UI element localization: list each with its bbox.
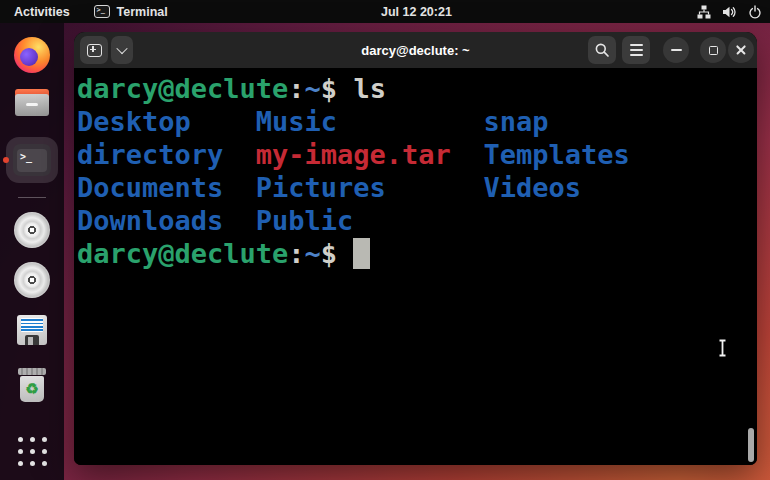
terminal-line: Downloads Public	[77, 204, 757, 237]
activities-label: Activities	[14, 5, 70, 19]
tabs-dropdown-button[interactable]	[111, 36, 133, 64]
files-icon	[15, 89, 49, 116]
dock-item-firefox[interactable]	[0, 37, 64, 73]
minimize-button[interactable]	[663, 37, 689, 63]
terminal-line: Desktop Music snap	[77, 105, 757, 138]
ibeam-mouse-cursor	[717, 339, 728, 357]
floppy-icon	[17, 315, 47, 345]
terminal-output: darcy@declute:~$ lsDesktop Music snapdir…	[74, 68, 757, 270]
trash-icon: ♻	[18, 368, 46, 402]
dock-item-files[interactable]	[0, 89, 64, 116]
dock-item-trash[interactable]: ♻	[0, 368, 64, 402]
focused-app-menu[interactable]: >_ Terminal	[84, 0, 178, 23]
window-titlebar[interactable]: darcy@declute: ~	[74, 32, 757, 68]
square-icon	[709, 46, 718, 55]
maximize-button[interactable]	[700, 37, 726, 63]
close-button[interactable]	[728, 37, 754, 63]
cd-icon	[14, 212, 50, 248]
top-bar: Activities >_ Terminal Jul 12 20:21	[0, 0, 770, 23]
dock-item-terminal[interactable]: >_	[0, 144, 64, 176]
clock-label: Jul 12 20:21	[381, 5, 452, 19]
dock-separator	[18, 197, 46, 198]
terminal-icon: >_	[13, 144, 51, 176]
terminal-screen[interactable]: darcy@declute:~$ lsDesktop Music snapdir…	[74, 68, 757, 465]
window-title: darcy@declute: ~	[361, 43, 469, 58]
dock: >_ ♻	[0, 23, 64, 480]
scrollbar-thumb[interactable]	[748, 428, 754, 462]
dock-item-cd-drive-2[interactable]	[0, 262, 64, 298]
network-icon	[697, 5, 711, 19]
terminal-line: darcy@declute:~$	[77, 237, 757, 270]
firefox-icon	[14, 37, 50, 73]
terminal-line: Documents Pictures Videos	[77, 171, 757, 204]
menu-button[interactable]	[622, 36, 650, 64]
cross-icon	[735, 44, 747, 56]
magnifier-icon	[594, 42, 610, 58]
dock-item-cd-drive-1[interactable]	[0, 212, 64, 248]
new-tab-icon	[87, 44, 102, 57]
chevron-down-icon	[116, 43, 127, 54]
terminal-line: directory my-image.tar Templates	[77, 138, 757, 171]
power-icon	[748, 5, 762, 19]
search-button[interactable]	[588, 36, 616, 64]
hamburger-icon	[630, 44, 643, 55]
cd-icon	[14, 262, 50, 298]
volume-icon	[722, 5, 737, 19]
system-status-area[interactable]	[697, 0, 762, 23]
new-tab-button[interactable]	[80, 36, 108, 64]
dock-item-floppy-drive[interactable]	[0, 315, 64, 345]
terminal-app-icon: >_	[94, 5, 110, 18]
clock-button[interactable]: Jul 12 20:21	[381, 0, 452, 23]
minus-icon	[671, 49, 682, 51]
focused-app-label: Terminal	[117, 5, 168, 19]
terminal-window: darcy@declute: ~ darcy@declute:~$ lsDesk…	[74, 32, 757, 465]
app-grid-icon	[18, 437, 47, 466]
dock-item-show-applications[interactable]	[0, 437, 64, 466]
terminal-line: darcy@declute:~$ ls	[77, 72, 757, 105]
activities-button[interactable]: Activities	[0, 0, 84, 23]
